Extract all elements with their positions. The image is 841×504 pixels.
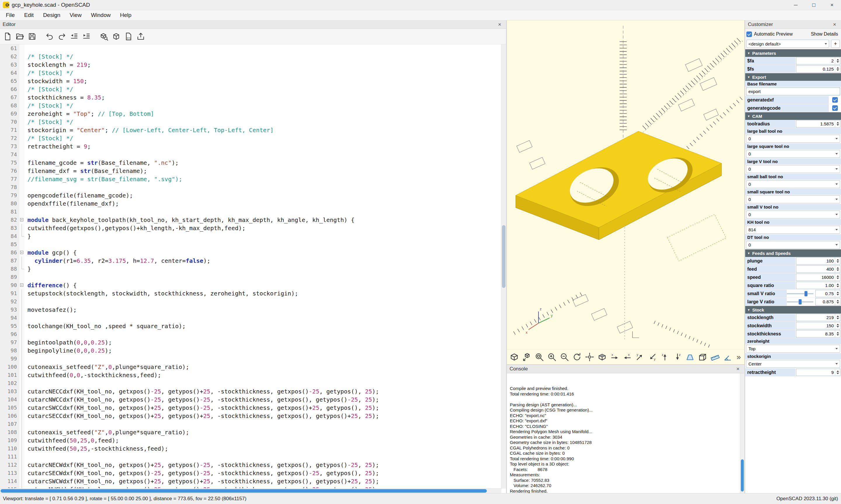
code-line-97[interactable]: 97begintoolpath(0,0,0.25); [0,338,501,346]
param-retractheight-increment-icon[interactable] [837,371,839,372]
param-stockwidth-increment-icon[interactable] [837,324,839,325]
param-feed-decrement-icon[interactable] [837,270,839,271]
param-stockwidth-spinbox[interactable]: 150 [796,322,840,329]
editor-horizontal-scrollbar[interactable] [0,488,501,493]
code-line-75[interactable]: 75filename_gcode = str(Base_filename, ".… [0,159,501,167]
code-line-95[interactable]: 95toolchange(KH_tool_no ,speed * square_… [0,322,501,330]
param-small-v-ratio-increment-icon[interactable] [837,292,839,293]
param-fs-decrement-icon[interactable] [837,69,839,71]
redo-button[interactable] [56,31,68,42]
perspective-button[interactable] [684,351,696,363]
code-line-64[interactable]: 64/* [Stock] */ [0,69,501,77]
code-line-104[interactable]: 104cutarcNWCCdxf(KH_tool_no, getxpos()-2… [0,396,501,404]
axis-pos-z-button[interactable]: z [659,351,671,363]
editor-horizontal-scrollbar-thumb[interactable] [1,489,487,493]
console-close-button[interactable]: × [734,366,742,372]
code-line-87[interactable]: 87 cylinder(r1=6.35, r2=3.175, h=12.7, c… [0,257,501,265]
param-large-v-tool-no-select[interactable]: 0 [746,165,840,173]
axis-neg-z-button[interactable]: z [671,351,684,363]
automatic-preview-checkbox[interactable] [746,32,752,37]
param-stockthickness-increment-icon[interactable] [837,332,839,334]
console-scrollbar[interactable] [740,373,744,493]
param-large-square-tool-no-select[interactable]: 0 [746,150,840,158]
param-small-v-ratio-slider[interactable] [787,291,813,296]
param-square-ratio-spinbox[interactable]: 1.00 [796,282,840,289]
reset-view-button[interactable] [571,351,583,363]
code-line-66[interactable]: 66/* [Stock] */ [0,85,501,93]
code-line-91[interactable]: 91setupstock(stocklength, stockwidth, st… [0,289,501,298]
close-button[interactable]: × [823,0,841,10]
code-line-99[interactable]: 99 [0,355,501,363]
indent-button[interactable] [81,31,92,42]
menu-window[interactable]: Window [86,10,115,20]
param-toolradius-decrement-icon[interactable] [837,124,839,126]
param-square-ratio-decrement-icon[interactable] [837,286,839,287]
undo-button[interactable] [44,31,55,42]
param-fa-increment-icon[interactable] [837,59,839,60]
param-speed-spinbox[interactable]: 16000 [796,274,840,281]
param-retractheight-decrement-icon[interactable] [837,373,839,374]
param-small-v-tool-no-select[interactable]: 0 [746,211,840,218]
param-stockorigin-select[interactable]: Center [746,360,840,368]
param-large-v-ratio-decrement-icon[interactable] [837,302,839,304]
orthographic-button[interactable] [697,351,709,363]
fold-toggle[interactable] [19,216,24,224]
param-square-ratio-increment-icon[interactable] [837,284,839,285]
code-line-63[interactable]: 63stocklength = 219; [0,61,501,69]
param-speed-increment-icon[interactable] [837,275,839,277]
param-stockthickness-spinbox[interactable]: 8.35 [796,330,840,338]
code-line-111[interactable]: 111 [0,453,501,461]
code-line-107[interactable]: 107 [0,420,501,428]
param-fa-decrement-icon[interactable] [837,61,839,63]
section-feeds-and-speeds[interactable]: ▼Feeds and Speeds [745,249,841,257]
code-line-92[interactable]: 92 [0,298,501,306]
code-line-112[interactable]: 112cutarcNECWdxf(KH_tool_no, getxpos()+2… [0,461,501,469]
code-line-70[interactable]: 70/* [Stock] */ [0,118,501,126]
param-fa-spinbox[interactable]: 2 [796,57,840,65]
param-plunge-spinbox[interactable]: 100 [796,257,840,265]
section-stock[interactable]: ▼Stock [745,306,841,313]
code-line-94[interactable]: 94 [0,314,501,322]
param-retractheight-spinbox[interactable]: 9 [796,369,840,376]
zoom-out-button[interactable] [558,351,571,363]
code-line-98[interactable]: 98beginpolyline(0,0,0.25); [0,346,501,355]
param-stocklength-spinbox[interactable]: 219 [796,314,840,321]
code-line-110[interactable]: 110cutwithfeed(50,25,-stockthickness,fee… [0,445,501,453]
new-file-button[interactable] [2,31,14,42]
param-large-v-ratio-slider[interactable] [787,299,813,305]
3d-viewport[interactable]: x y z [507,20,744,349]
param-base-filename-input[interactable]: export [746,88,840,95]
save-button[interactable] [26,31,38,42]
open-file-button[interactable] [14,31,26,42]
param-large-v-ratio-spinbox[interactable]: 0.875 [815,298,840,305]
param-zeroheight-select[interactable]: Top [746,345,840,353]
code-line-72[interactable]: 72/* [Stock] */ [0,134,501,142]
param-large-v-ratio-slider-handle[interactable] [799,299,802,305]
menu-help[interactable]: Help [115,10,136,20]
param-small-v-ratio-decrement-icon[interactable] [837,294,839,295]
code-line-61[interactable]: 61 [0,44,501,53]
zoom-fit-button[interactable] [533,351,546,363]
param-plunge-decrement-icon[interactable] [837,261,839,263]
measure-angle-button[interactable] [722,351,734,363]
3d-scene[interactable]: x y z [507,20,744,349]
param-large-v-ratio-increment-icon[interactable] [837,300,839,301]
code-line-105[interactable]: 105cutarcSWCCdxf(KH_tool_no, getxpos()+2… [0,404,501,412]
code-line-86[interactable]: 86module gcp() { [0,249,501,257]
code-line-114[interactable]: 114cutarcSWCWdxf(KH_tool_no, getxpos()+2… [0,477,501,485]
param-feed-spinbox[interactable]: 400 [796,266,840,273]
fold-toggle[interactable] [19,281,24,289]
axis-pos-x-button[interactable]: x [608,351,621,363]
editor-close-button[interactable]: × [496,21,503,28]
code-line-100[interactable]: 100cutoneaxis_setfeed("Z",0,plunge*squar… [0,363,501,371]
code-line-89[interactable]: 89 [0,273,501,281]
param-stockthickness-decrement-icon[interactable] [837,334,839,336]
editor-vertical-scrollbar[interactable] [501,44,506,488]
code-line-108[interactable]: 108cutoneaxis_setfeed("Z",0,plunge*squar… [0,428,501,436]
code-line-76[interactable]: 76filename_dxf = str(Base_filename); [0,167,501,175]
center-view-button[interactable] [583,351,596,363]
param-stocklength-increment-icon[interactable] [837,316,839,317]
export-button[interactable] [135,31,147,42]
section-export[interactable]: ▼Export [745,73,841,81]
console-log[interactable]: Compile and preview finished.Total rende… [507,373,744,493]
